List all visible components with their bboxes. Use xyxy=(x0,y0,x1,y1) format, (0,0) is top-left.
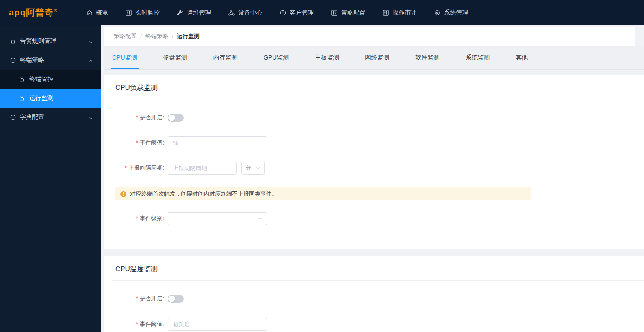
brand-logo: apq阿普奇® xyxy=(9,6,58,19)
customer-icon xyxy=(279,9,286,16)
enable-toggle[interactable] xyxy=(168,295,184,303)
nav-item-policy-config[interactable]: 策略配置 xyxy=(331,9,365,17)
audit-icon xyxy=(382,9,389,16)
threshold-label: *事件阈值: xyxy=(104,139,164,147)
main-content: 策略配置 / 终端策略 / 运行监测 CPU监测 硬盘监测 内存监测 GPU监测… xyxy=(101,25,644,332)
threshold-row: *事件阈值: xyxy=(104,318,644,331)
sidebar-item-terminal-control[interactable]: 终端管控 xyxy=(0,70,101,89)
tab-software-monitor[interactable]: 软件监测 xyxy=(414,46,441,69)
nav-item-overview[interactable]: 概览 xyxy=(86,9,108,17)
nav-label: 实时监控 xyxy=(135,9,160,17)
sidebar-item-alarm-rules[interactable]: 告警规则管理 xyxy=(0,32,101,51)
required-marker: * xyxy=(136,114,138,121)
required-marker: * xyxy=(136,139,138,146)
registered-mark: ® xyxy=(54,9,57,13)
section-title-cpu-load: CPU负载监测 xyxy=(104,75,644,99)
enable-toggle[interactable] xyxy=(168,114,184,122)
sidebar: 告警规则管理 终端策略 终端管控 运行监测 字典配置 xyxy=(0,25,101,332)
required-marker: * xyxy=(136,295,138,302)
nav-item-customer-management[interactable]: 客户管理 xyxy=(279,9,314,17)
breadcrumb-policy-config[interactable]: 策略配置 xyxy=(114,33,136,40)
breadcrumb: 策略配置 / 终端策略 / 运行监测 xyxy=(104,27,635,46)
tab-motherboard-monitor[interactable]: 主板监测 xyxy=(313,46,341,69)
required-marker: * xyxy=(136,215,138,221)
breadcrumb-current-page: 运行监测 xyxy=(177,33,200,40)
nav-label: 运维管理 xyxy=(187,9,211,17)
tab-memory-monitor[interactable]: 内存监测 xyxy=(212,46,239,69)
threshold-input[interactable] xyxy=(168,318,267,331)
tab-cpu-monitor[interactable]: CPU监测 xyxy=(111,46,139,69)
nav-item-ops-management[interactable]: 运维管理 xyxy=(177,9,211,17)
divider xyxy=(112,99,644,99)
interval-label: *上报间隔周期: xyxy=(104,164,164,172)
required-marker: * xyxy=(136,321,138,327)
notice-banner: ! 对应终端首次触发，间隔时间内对应终端不上报同类事件。 xyxy=(115,187,531,200)
cpu-temperature-monitor-card: CPU温度监测 *是否开启: *事件阈值: xyxy=(104,256,644,332)
nav-item-device-center[interactable]: 设备中心 xyxy=(228,9,262,17)
sidebar-item-running-monitor[interactable]: 运行监测 xyxy=(0,89,101,108)
gauge-icon xyxy=(10,114,16,121)
toggle-knob xyxy=(168,115,175,121)
sidebar-item-label: 运行监测 xyxy=(29,94,53,102)
nav-label: 概览 xyxy=(96,9,108,17)
breadcrumb-separator: / xyxy=(172,33,173,40)
gear-icon xyxy=(434,9,441,16)
policy-icon xyxy=(331,9,338,16)
chevron-down-icon xyxy=(258,216,262,221)
notice-text: 对应终端首次触发，间隔时间内对应终端不上报同类事件。 xyxy=(130,190,277,198)
monitor-icon xyxy=(125,9,132,16)
section-title-cpu-temperature: CPU温度监测 xyxy=(104,256,644,280)
alarm-icon xyxy=(19,95,26,102)
nav-item-operation-audit[interactable]: 操作审计 xyxy=(382,9,417,17)
home-icon xyxy=(86,9,93,16)
warning-exclamation-icon: ! xyxy=(120,191,126,197)
threshold-label: *事件阈值: xyxy=(104,321,164,328)
nav-label: 系统管理 xyxy=(444,9,468,17)
sidebar-item-label: 终端策略 xyxy=(20,56,44,64)
interval-unit-value: 分 xyxy=(246,164,252,172)
chevron-up-icon xyxy=(88,58,93,63)
nav-item-system-management[interactable]: 系统管理 xyxy=(434,9,468,17)
breadcrumb-terminal-policy[interactable]: 终端策略 xyxy=(145,33,168,40)
nav-label: 设备中心 xyxy=(238,9,262,17)
cpu-load-monitor-card: CPU负载监测 *是否开启: *事件阈值: *上报间隔周期: 分 xyxy=(104,75,644,249)
nav-label: 客户管理 xyxy=(290,9,314,17)
tab-other[interactable]: 其他 xyxy=(514,46,529,69)
divider xyxy=(112,280,644,281)
event-level-label: *事件级别: xyxy=(104,215,164,222)
interval-row: *上报间隔周期: 分 xyxy=(104,162,644,175)
tab-network-monitor[interactable]: 网络监测 xyxy=(363,46,391,69)
sidebar-item-label: 告警规则管理 xyxy=(20,37,56,45)
tab-system-monitor[interactable]: 系统监测 xyxy=(464,46,491,69)
enable-label: *是否开启: xyxy=(104,114,164,121)
sidebar-item-dictionary-config[interactable]: 字典配置 xyxy=(0,108,101,127)
alarm-icon xyxy=(19,76,26,83)
top-nav-menu: 概览 实时监控 运维管理 设备中心 客户管理 策略配置 操作审计 系统管理 xyxy=(86,0,468,25)
nav-label: 操作审计 xyxy=(392,9,417,17)
alarm-icon xyxy=(10,38,16,45)
sidebar-submenu-terminal-policy: 终端管控 运行监测 xyxy=(0,70,101,108)
enable-row: *是否开启: xyxy=(104,292,644,305)
interval-unit-select[interactable]: 分 xyxy=(241,162,265,175)
brand-logo-text: apq阿普奇 xyxy=(9,7,54,17)
tab-gpu-monitor[interactable]: GPU监测 xyxy=(262,46,291,69)
device-nodes-icon xyxy=(228,9,235,16)
tab-disk-monitor[interactable]: 硬盘监测 xyxy=(162,46,189,69)
enable-label: *是否开启: xyxy=(104,295,164,302)
top-navigation-bar: apq阿普奇® 概览 实时监控 运维管理 设备中心 客户管理 策略配置 操作审计 xyxy=(0,0,644,25)
required-marker: * xyxy=(125,164,127,171)
toggle-knob xyxy=(168,296,175,302)
sidebar-item-label: 字典配置 xyxy=(20,113,44,121)
chevron-down-icon xyxy=(88,39,93,44)
nav-label: 策略配置 xyxy=(341,9,365,17)
threshold-input[interactable] xyxy=(168,136,267,149)
nav-item-realtime-monitor[interactable]: 实时监控 xyxy=(125,9,160,17)
sidebar-item-terminal-policy[interactable]: 终端策略 xyxy=(0,51,101,70)
breadcrumb-separator: / xyxy=(140,33,142,40)
event-level-select[interactable] xyxy=(168,212,267,225)
gauge-icon xyxy=(10,57,16,64)
chevron-down-icon xyxy=(256,166,260,170)
monitor-tabbar: CPU监测 硬盘监测 内存监测 GPU监测 主板监测 网络监测 软件监测 系统监… xyxy=(104,46,644,70)
interval-input[interactable] xyxy=(168,162,237,175)
chevron-down-icon xyxy=(88,115,93,120)
